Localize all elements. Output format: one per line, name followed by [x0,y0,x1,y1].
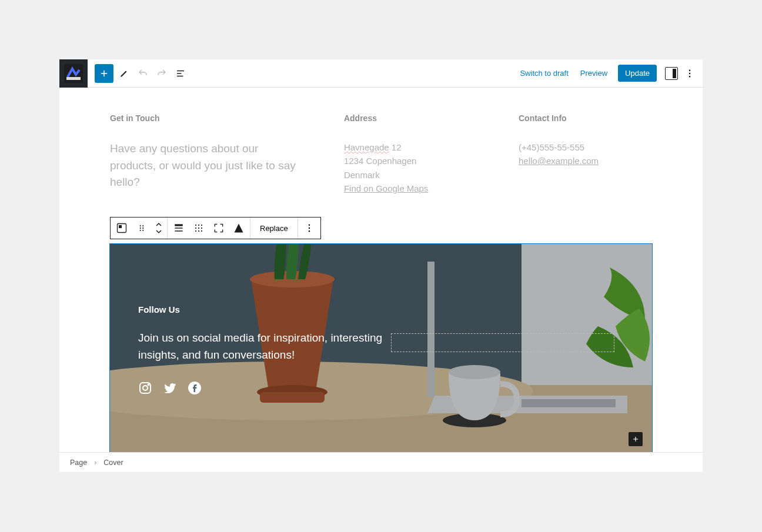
cover-block[interactable]: Follow Us Join us on social media for in… [110,244,652,452]
empty-column-placeholder[interactable] [391,333,614,352]
address-line1-wavy: Havnegade [344,142,389,152]
align-button[interactable] [170,219,188,237]
address-line3: Denmark [344,170,380,180]
undo-button[interactable] [135,65,151,82]
block-toolbar: Replace [110,217,321,239]
fullscreen-icon [213,222,225,234]
move-buttons[interactable] [153,219,165,237]
svg-point-21 [198,230,199,232]
svg-point-2 [689,69,690,71]
svg-rect-6 [119,225,122,228]
switch-to-draft-link[interactable]: Switch to draft [514,65,574,81]
svg-rect-1 [66,77,81,80]
svg-point-19 [201,227,202,229]
grid-icon [193,222,205,234]
svg-point-12 [142,230,143,231]
address-column: Address Havnegade 12 1234 Copenhagen Den… [344,113,477,195]
block-type-button[interactable] [113,219,131,237]
contact-heading: Contact Info [519,113,652,123]
svg-point-4 [689,76,690,77]
svg-point-7 [140,225,141,226]
redo-button[interactable] [153,65,170,82]
outline-button[interactable] [172,65,189,82]
options-button[interactable] [681,65,698,82]
svg-point-11 [140,230,141,231]
info-columns: Get in Touch Have any questions about ou… [110,113,652,195]
address-map-link[interactable]: Find on Google Maps [344,183,428,193]
add-inner-block-button[interactable] [629,432,643,446]
contact-email[interactable]: hello@example.com [519,156,599,166]
topbar-tools [88,64,189,83]
svg-point-10 [142,227,143,229]
editor-frame: Switch to draft Preview Update Get in To… [59,59,703,472]
plus-icon [99,68,109,79]
editor-canvas[interactable]: Get in Touch Have any questions about ou… [59,88,703,452]
duotone-icon [233,222,245,234]
plus-icon [631,435,640,443]
site-logo-icon [64,64,83,83]
pencil-icon [119,68,129,79]
address-line1-rest: 12 [389,142,402,152]
svg-point-25 [309,230,310,232]
breadcrumb-root[interactable]: Page [70,459,87,467]
contact-phone: (+45)555-55-555 [519,142,584,152]
svg-point-16 [201,225,202,226]
contact-column: Contact Info (+45)555-55-555 hello@examp… [519,113,652,195]
add-block-button[interactable] [95,64,113,83]
svg-point-17 [195,227,196,229]
preview-link[interactable]: Preview [574,65,613,81]
follow-paragraph[interactable]: Join us on social media for inspiration,… [138,330,385,363]
block-breadcrumb: Page › Cover [59,452,703,472]
block-options-button[interactable] [300,219,318,237]
drag-icon [136,223,147,233]
svg-point-3 [689,72,690,73]
kebab-icon [304,223,315,233]
svg-point-22 [201,230,202,232]
drag-handle[interactable] [133,219,151,237]
replace-button[interactable]: Replace [253,224,295,233]
svg-point-14 [195,225,196,226]
address-heading: Address [344,113,477,123]
svg-point-39 [148,384,149,386]
svg-point-8 [142,225,143,226]
editor-topbar: Switch to draft Preview Update [59,59,703,88]
list-view-icon [175,68,186,79]
breadcrumb-current[interactable]: Cover [103,459,123,467]
social-links [138,381,624,395]
sidebar-icon [673,69,676,78]
site-logo[interactable] [59,59,88,88]
svg-point-20 [195,230,196,232]
chevron-updown-icon [155,222,163,235]
content-position-button[interactable] [190,219,208,237]
twitter-icon[interactable] [163,381,177,395]
chevron-right-icon: › [94,459,96,467]
fullheight-button[interactable] [210,219,228,237]
instagram-icon[interactable] [138,381,152,395]
svg-rect-0 [64,64,83,83]
svg-point-18 [198,227,199,229]
address-line2: 1234 Copenhagen [344,156,416,166]
edit-tool-button[interactable] [116,65,132,82]
settings-sidebar-toggle[interactable] [665,67,678,80]
facebook-icon[interactable] [188,381,202,395]
get-in-touch-heading: Get in Touch [110,113,303,123]
get-in-touch-column: Get in Touch Have any questions about ou… [110,113,303,195]
duotone-button[interactable] [230,219,248,237]
svg-point-24 [309,227,310,229]
svg-point-9 [140,227,141,229]
undo-icon [138,68,148,79]
follow-heading[interactable]: Follow Us [138,305,624,314]
get-in-touch-paragraph: Have any questions about our products, o… [110,140,303,191]
svg-rect-13 [175,224,182,226]
kebab-icon [684,68,695,79]
svg-point-15 [198,225,199,226]
svg-point-23 [309,225,310,226]
contact-text: (+45)555-55-555 hello@example.com [519,140,652,168]
cover-block-icon [116,222,128,234]
svg-point-38 [143,386,148,390]
redo-icon [156,68,167,79]
align-icon [173,222,185,234]
address-text: Havnegade 12 1234 Copenhagen Denmark Fin… [344,140,477,195]
update-button[interactable]: Update [618,65,657,82]
